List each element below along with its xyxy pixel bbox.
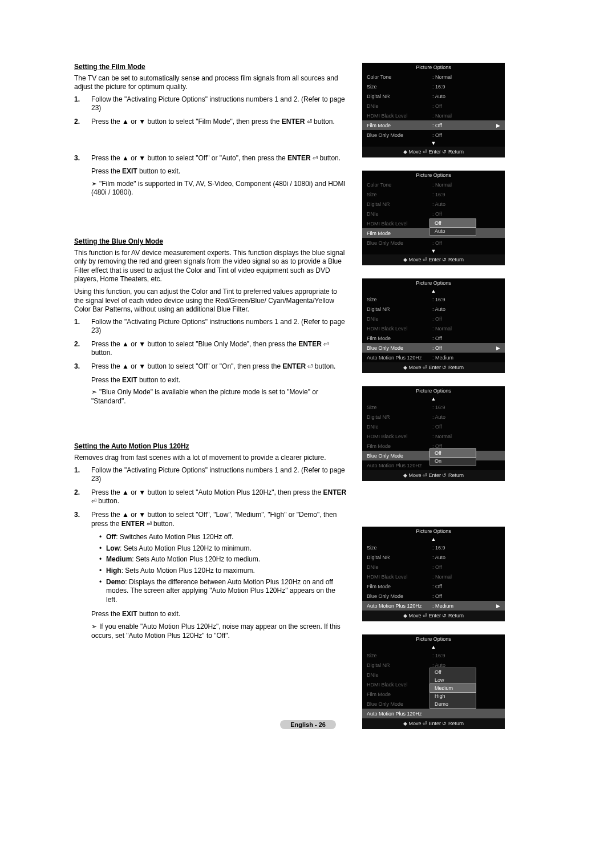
blue-para1: This function is for AV device measureme… (74, 249, 348, 284)
osd-row-blue-only[interactable]: Blue Only ModeOff▶ (362, 343, 505, 353)
osd-column: Picture Options Color ToneNormal Size16:… (362, 63, 505, 729)
page-number: English - 26 (280, 720, 336, 729)
osd-row-digital-nr[interactable]: Digital NRAuto (362, 91, 505, 101)
blue-steps: 1. Follow the "Activating Picture Option… (74, 318, 348, 371)
dropdown[interactable]: Off On (429, 448, 476, 466)
osd-row-dnie: DNIeOff (362, 209, 505, 219)
osd-row-color-tone[interactable]: Color ToneNormal (362, 72, 505, 82)
film-steps: 1. Follow the "Activating Picture Option… (74, 95, 348, 163)
page: Setting the Film Mode The TV can be set … (0, 0, 616, 849)
scroll-down-icon: ▼ (362, 248, 505, 254)
osd-footer: ◆ Move ⏎ Enter ↺ Return (362, 254, 505, 265)
osd-row-dnie: DNIeOff (362, 422, 505, 431)
enter-icon: ⏎ (307, 118, 312, 125)
osd-row-dnie: DNIeOff (362, 562, 505, 572)
list-item: 1. Follow the "Activating Picture Option… (74, 95, 348, 113)
dropdown[interactable]: Off Low Medium High Demo (429, 668, 476, 709)
dropdown[interactable]: Off Auto (429, 219, 476, 236)
film-intro: The TV can be set to automatically sense… (74, 74, 348, 92)
osd-row-size: Size16:9 (362, 189, 505, 199)
exit-line: Press the EXIT button to exit. (91, 376, 348, 385)
option-medium[interactable]: Medium (430, 684, 476, 692)
section-title-amp: Setting the Auto Motion Plus 120Hz (74, 442, 348, 451)
blue-para2: Using this function, you can adjust the … (74, 288, 348, 314)
osd-film-select: Picture Options Color ToneNormal Size16:… (362, 63, 505, 157)
list-item: 2. Press the ▲ or ▼ button to select "Au… (74, 488, 348, 506)
osd-row-blue-only: Blue Only ModeOff (362, 238, 505, 248)
osd-row-size[interactable]: Size16:9 (362, 294, 505, 304)
scroll-up-icon[interactable]: ▲ (362, 288, 505, 294)
osd-row-film-mode[interactable]: Film ModeOff (362, 581, 505, 591)
list-item: 1. Follow the "Activating Picture Option… (74, 318, 348, 335)
osd-row-hdmi-black: HDMI Black LevelNormal (362, 111, 505, 120)
amp-intro: Removes drag from fast scenes with a lot… (74, 454, 348, 463)
osd-row-color-tone: Color ToneNormal (362, 180, 505, 189)
list-item: 2. Press the ▲ or ▼ button to select "Bl… (74, 340, 348, 358)
page-footer: English - 26 (0, 720, 616, 729)
option-off[interactable]: Off (430, 219, 476, 227)
osd-row-amp[interactable]: Auto Motion Plus 120HzMedium▶ (362, 601, 505, 611)
scroll-down-icon[interactable]: ▼ (362, 140, 505, 147)
osd-row-digital-nr[interactable]: Digital NRAuto (362, 552, 505, 562)
osd-row-amp[interactable]: Auto Motion Plus 120Hz (362, 709, 505, 718)
osd-title: Picture Options (362, 63, 505, 72)
osd-row-film-mode[interactable]: Film ModeOff▶ (362, 120, 505, 130)
osd-title: Picture Options (362, 171, 505, 180)
scroll-up-icon: ▲ (362, 644, 505, 650)
enter-icon: ⏎ (323, 341, 329, 347)
osd-row-dnie: DNIeOff (362, 314, 505, 324)
option-high[interactable]: High (430, 692, 476, 700)
caret-right-icon: ▶ (496, 123, 500, 128)
text-column: Setting the Film Mode The TV can be set … (74, 63, 348, 729)
scroll-up-icon[interactable]: ▲ (362, 536, 505, 543)
option-auto[interactable]: Auto (430, 227, 476, 235)
osd-amp-dropdown: Picture Options ▲ Size16:9 Digital NRAut… (362, 634, 505, 729)
osd-title: Picture Options (362, 386, 505, 395)
osd-footer: ◆ Move ⏎ Enter ↺ Return (362, 470, 505, 481)
option-low[interactable]: Low (430, 676, 476, 684)
osd-row-hdmi-black: HDMI Black LevelNormal (362, 572, 505, 581)
caret-right-icon: ▶ (496, 603, 500, 609)
option-demo[interactable]: Demo (430, 700, 476, 708)
section-title-blue: Setting the Blue Only Mode (74, 237, 348, 246)
section-title-film: Setting the Film Mode (74, 63, 348, 72)
osd-row-blue-only[interactable]: Blue Only ModeOff (362, 130, 505, 140)
enter-icon: ⏎ (147, 520, 152, 527)
osd-blue-dropdown: Picture Options ▲ Size16:9 Digital NRAut… (362, 386, 505, 481)
osd-row-digital-nr: Digital NRAuto (362, 199, 505, 209)
osd-footer: ◆ Move ⏎ Enter ↺ Return (362, 147, 505, 157)
osd-row-size: Size16:9 (362, 650, 505, 660)
osd-row-blue-only[interactable]: Blue Only ModeOff (362, 591, 505, 601)
bullet-demo: •Demo: Displays the difference between A… (99, 578, 348, 605)
arrow-icon: ➣ (91, 180, 97, 188)
option-on[interactable]: On (430, 457, 476, 465)
osd-title: Picture Options (362, 527, 505, 536)
option-off[interactable]: Off (430, 449, 476, 457)
list-item: 3. Press the ▲ or ▼ button to select "Of… (74, 154, 348, 163)
amp-steps: 1. Follow the "Activating Picture Option… (74, 466, 348, 529)
osd-title: Picture Options (362, 634, 505, 644)
exit-line: Press the EXIT button to exit. (91, 610, 348, 619)
caret-right-icon: ▶ (496, 345, 500, 351)
osd-row-amp[interactable]: Auto Motion Plus 120HzMedium (362, 353, 505, 362)
osd-footer: ◆ Move ⏎ Enter ↺ Return (362, 611, 505, 621)
osd-title: Picture Options (362, 278, 505, 288)
osd-row-digital-nr: Digital NRAuto (362, 412, 505, 422)
note: ➣"Blue Only Mode" is available when the … (91, 388, 348, 406)
note: ➣If you enable "Auto Motion Plus 120Hz",… (91, 622, 348, 640)
list-item: 2. Press the ▲ or ▼ button to select "Fi… (74, 118, 348, 127)
osd-row-hdmi-black: HDMI Black Level Off Auto (362, 219, 505, 228)
osd-row-size[interactable]: Size16:9 (362, 82, 505, 91)
osd-row-film-mode[interactable]: Film ModeOff (362, 333, 505, 343)
osd-row-hdmi-black: HDMI Black LevelNormal (362, 431, 505, 441)
arrow-icon: ➣ (91, 388, 97, 396)
osd-row-hdmi-black: HDMI Black LevelNormal (362, 324, 505, 333)
osd-row-size[interactable]: Size16:9 (362, 543, 505, 552)
bullet-high: •High: Sets Auto Motion Plus 120Hz to ma… (99, 567, 348, 576)
bullet-off: •Off: Switches Auto Motion Plus 120Hz of… (99, 533, 348, 542)
exit-line: Press the EXIT button to exit. (91, 167, 348, 176)
amp-bullets: •Off: Switches Auto Motion Plus 120Hz of… (99, 533, 348, 604)
osd-row-digital-nr[interactable]: Digital NRAuto (362, 304, 505, 314)
option-off[interactable]: Off (430, 668, 476, 676)
bullet-low: •Low: Sets Auto Motion Plus 120Hz to min… (99, 544, 348, 553)
